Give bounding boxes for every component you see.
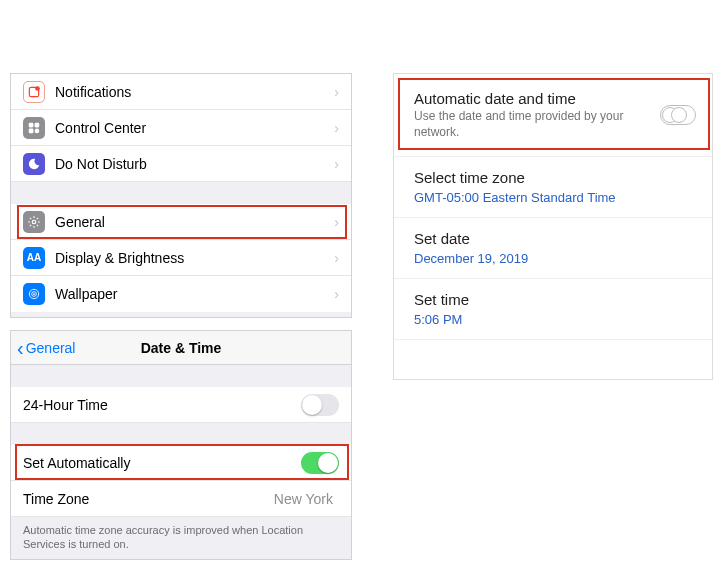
chevron-right-icon: › [334, 214, 339, 230]
settings-row-notifications[interactable]: Notifications › [11, 74, 351, 110]
section-gap [11, 182, 351, 204]
ios-datetime-panel: ‹ General Date & Time 24-Hour Time Set A… [10, 330, 352, 560]
row-set-date[interactable]: Set date December 19, 2019 [394, 218, 712, 279]
row-subtitle: Use the date and time provided by your n… [414, 109, 652, 140]
svg-point-9 [33, 293, 35, 295]
back-label: General [26, 340, 76, 356]
svg-point-6 [32, 220, 36, 224]
chevron-right-icon: › [334, 84, 339, 100]
notifications-icon [23, 81, 45, 103]
chevron-right-icon: › [334, 156, 339, 172]
chevron-left-icon: ‹ [17, 338, 24, 358]
row-set-time[interactable]: Set time 5:06 PM [394, 279, 712, 340]
row-set-automatically[interactable]: Set Automatically [11, 445, 351, 481]
control-center-icon [23, 117, 45, 139]
nav-bar: ‹ General Date & Time [11, 331, 351, 365]
timezone-value: New York [274, 491, 333, 507]
row-value: GMT-05:00 Eastern Standard Time [414, 190, 696, 205]
gear-icon [23, 211, 45, 233]
toggle-set-automatically[interactable] [301, 452, 339, 474]
android-datetime-panel: Automatic date and time Use the date and… [393, 73, 713, 380]
row-label: Do Not Disturb [55, 156, 334, 172]
wallpaper-icon [23, 283, 45, 305]
row-label: Display & Brightness [55, 250, 334, 266]
settings-row-display[interactable]: AA Display & Brightness › [11, 240, 351, 276]
svg-point-1 [35, 86, 40, 91]
row-label: Set Automatically [23, 455, 301, 471]
chevron-right-icon: › [334, 250, 339, 266]
row-label: Control Center [55, 120, 334, 136]
row-title: Set time [414, 291, 696, 308]
settings-row-control-center[interactable]: Control Center › [11, 110, 351, 146]
toggle-24-hour[interactable] [301, 394, 339, 416]
svg-point-5 [35, 128, 40, 133]
row-label: Notifications [55, 84, 334, 100]
display-icon: AA [23, 247, 45, 269]
chevron-right-icon: › [334, 120, 339, 136]
row-label: Time Zone [23, 491, 274, 507]
row-select-timezone[interactable]: Select time zone GMT-05:00 Eastern Stand… [394, 157, 712, 218]
settings-row-wallpaper[interactable]: Wallpaper › [11, 276, 351, 312]
row-label: 24-Hour Time [23, 397, 301, 413]
row-label: General [55, 214, 334, 230]
back-button[interactable]: ‹ General [17, 338, 75, 358]
row-auto-date-time[interactable]: Automatic date and time Use the date and… [394, 74, 712, 157]
section-gap [11, 423, 351, 445]
ios-settings-panel: Notifications › Control Center › Do Not … [10, 73, 352, 318]
row-time-zone[interactable]: Time Zone New York [11, 481, 351, 517]
row-title: Automatic date and time [414, 90, 652, 107]
row-value: 5:06 PM [414, 312, 696, 327]
chevron-right-icon: › [334, 286, 339, 302]
row-title: Select time zone [414, 169, 696, 186]
row-24-hour[interactable]: 24-Hour Time [11, 387, 351, 423]
settings-row-general[interactable]: General › [11, 204, 351, 240]
svg-rect-2 [29, 122, 34, 127]
settings-row-dnd[interactable]: Do Not Disturb › [11, 146, 351, 182]
svg-rect-3 [35, 122, 40, 127]
svg-rect-4 [29, 128, 34, 133]
row-label: Wallpaper [55, 286, 334, 302]
moon-icon [23, 153, 45, 175]
toggle-auto-date-time[interactable] [660, 105, 696, 125]
footer-note: Automatic time zone accuracy is improved… [11, 517, 351, 560]
section-gap [11, 365, 351, 387]
row-value: December 19, 2019 [414, 251, 696, 266]
row-title: Set date [414, 230, 696, 247]
